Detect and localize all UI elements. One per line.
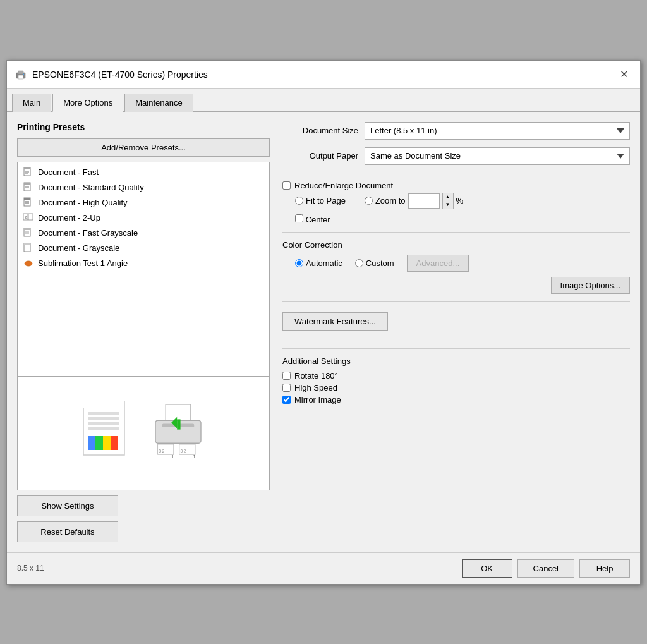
svg-rect-28 bbox=[83, 401, 124, 408]
image-options-button[interactable]: Image Options... bbox=[551, 277, 630, 294]
svg-text:3 2: 3 2 bbox=[181, 449, 186, 453]
svg-point-26 bbox=[25, 261, 32, 266]
svg-rect-33 bbox=[88, 436, 95, 450]
help-button[interactable]: Help bbox=[579, 559, 630, 578]
document-size-label: Document Size bbox=[282, 126, 358, 135]
svg-rect-41 bbox=[177, 419, 180, 429]
zoom-to-label[interactable]: Zoom to bbox=[375, 196, 406, 205]
tab-bar: Main More Options Maintenance bbox=[7, 89, 640, 112]
printing-presets-title: Printing Presets bbox=[17, 122, 270, 132]
preset-fast[interactable]: Document - Fast bbox=[18, 165, 269, 180]
preset-2up-label: Document - 2-Up bbox=[38, 213, 100, 222]
tab-main[interactable]: Main bbox=[12, 94, 51, 112]
divider-4 bbox=[282, 348, 630, 349]
document-size-row: Document Size Letter (8.5 x 11 in) bbox=[282, 122, 630, 140]
output-paper-select[interactable]: Same as Document Size bbox=[365, 147, 630, 165]
svg-rect-10 bbox=[24, 183, 30, 185]
preset-gray[interactable]: Document - Grayscale bbox=[18, 241, 269, 256]
high-speed-checkbox[interactable] bbox=[282, 384, 291, 392]
preset-fast-gray-label: Document - Fast Grayscale bbox=[38, 228, 138, 238]
svg-rect-5 bbox=[24, 167, 30, 169]
fit-to-page-radio[interactable] bbox=[295, 197, 303, 205]
rotate-180-checkbox[interactable] bbox=[282, 372, 291, 380]
title-bar: EPSONE6F3C4 (ET-4700 Series) Properties … bbox=[7, 61, 640, 89]
automatic-label[interactable]: Automatic bbox=[306, 258, 342, 268]
output-paper-label: Output Paper bbox=[282, 151, 358, 161]
zoom-up-button[interactable]: ▲ bbox=[443, 193, 453, 201]
color-correction-radio-group: Automatic Custom Advanced... bbox=[295, 255, 630, 272]
printer-title-icon bbox=[15, 68, 27, 81]
watermark-features-button[interactable]: Watermark Features... bbox=[282, 312, 388, 331]
rotate-180-row: Rotate 180° bbox=[282, 371, 630, 380]
preset-2up[interactable]: 2 Document - 2-Up bbox=[18, 210, 269, 226]
preset-standard-icon bbox=[23, 182, 34, 193]
zoom-value-input[interactable] bbox=[408, 193, 440, 209]
preset-fast-gray[interactable]: Document - Fast Grayscale bbox=[18, 226, 269, 241]
high-speed-label[interactable]: High Speed bbox=[294, 383, 337, 392]
title-bar-left: EPSONE6F3C4 (ET-4700 Series) Properties bbox=[15, 68, 208, 81]
preset-high-icon bbox=[23, 197, 34, 209]
custom-radio[interactable] bbox=[355, 259, 363, 267]
center-label[interactable]: Center bbox=[306, 215, 330, 224]
color-correction-section: Color Correction Automatic Custom Advanc… bbox=[282, 240, 630, 294]
bottom-buttons: OK Cancel Help bbox=[462, 559, 630, 578]
zoom-down-button[interactable]: ▼ bbox=[443, 201, 453, 209]
printer-preview-icon: 3 2 3 2 1 1 bbox=[150, 398, 207, 468]
svg-text:1: 1 bbox=[193, 454, 195, 459]
preset-standard[interactable]: Document - Standard Quality bbox=[18, 180, 269, 195]
mirror-image-label[interactable]: Mirror Image bbox=[294, 395, 341, 404]
presets-list: Document - Fast Document - Standard Qual… bbox=[17, 162, 270, 377]
close-button[interactable]: ✕ bbox=[615, 66, 632, 83]
automatic-radio-item: Automatic bbox=[295, 258, 342, 268]
window-title: EPSONE6F3C4 (ET-4700 Series) Properties bbox=[32, 70, 208, 80]
svg-rect-34 bbox=[95, 436, 103, 450]
svg-rect-31 bbox=[88, 422, 119, 425]
preset-fast-label: Document - Fast bbox=[38, 167, 99, 177]
zoom-to-option: Zoom to ▲ ▼ % bbox=[365, 193, 463, 209]
preset-custom[interactable]: Sublimation Test 1 Angie bbox=[18, 256, 269, 271]
preset-high[interactable]: Document - High Quality bbox=[18, 195, 269, 210]
mirror-image-checkbox[interactable] bbox=[282, 396, 291, 404]
main-content: Printing Presets Add/Remove Presets... D… bbox=[7, 112, 640, 552]
advanced-button[interactable]: Advanced... bbox=[407, 255, 469, 272]
fit-to-page-label[interactable]: Fit to Page bbox=[306, 196, 346, 205]
tab-maintenance[interactable]: Maintenance bbox=[124, 94, 193, 112]
svg-rect-21 bbox=[24, 228, 30, 230]
additional-settings-label: Additional Settings bbox=[282, 356, 630, 366]
automatic-radio[interactable] bbox=[295, 259, 303, 267]
divider-3 bbox=[282, 301, 630, 302]
document-size-select[interactable]: Letter (8.5 x 11 in) bbox=[365, 122, 630, 140]
show-settings-button[interactable]: Show Settings bbox=[17, 495, 118, 516]
divider-1 bbox=[282, 173, 630, 173]
bottom-bar: 8.5 x 11 OK Cancel Help bbox=[7, 552, 640, 584]
add-remove-presets-button[interactable]: Add/Remove Presets... bbox=[17, 138, 270, 157]
tab-more-options[interactable]: More Options bbox=[52, 94, 123, 112]
ok-button[interactable]: OK bbox=[462, 559, 512, 578]
svg-text:3 2: 3 2 bbox=[159, 449, 164, 453]
reduce-enlarge-label[interactable]: Reduce/Enlarge Document bbox=[294, 181, 393, 190]
preset-fast-gray-icon bbox=[23, 228, 34, 239]
reduce-sub-options: Fit to Page Zoom to ▲ ▼ % bbox=[295, 193, 630, 209]
zoom-spinner: ▲ ▼ bbox=[442, 193, 454, 209]
divider-2 bbox=[282, 232, 630, 233]
svg-rect-36 bbox=[111, 436, 118, 450]
document-preview-icon bbox=[80, 398, 137, 468]
center-checkbox[interactable] bbox=[295, 214, 303, 222]
center-row: Center bbox=[282, 214, 630, 224]
svg-rect-2 bbox=[18, 75, 23, 79]
svg-point-3 bbox=[23, 73, 24, 75]
svg-rect-30 bbox=[88, 417, 119, 420]
reset-defaults-button[interactable]: Reset Defaults bbox=[17, 521, 118, 542]
high-speed-row: High Speed bbox=[282, 383, 630, 392]
fit-to-page-option: Fit to Page bbox=[295, 196, 346, 205]
custom-radio-item: Custom bbox=[355, 258, 394, 268]
svg-rect-18 bbox=[28, 214, 33, 220]
cancel-button[interactable]: Cancel bbox=[517, 559, 574, 578]
svg-rect-29 bbox=[88, 412, 119, 415]
zoom-to-radio[interactable] bbox=[365, 197, 373, 205]
preset-gray-label: Document - Grayscale bbox=[38, 243, 119, 253]
reduce-enlarge-checkbox[interactable] bbox=[282, 181, 291, 190]
custom-label[interactable]: Custom bbox=[366, 258, 394, 268]
rotate-180-label[interactable]: Rotate 180° bbox=[294, 371, 338, 380]
right-panel: Document Size Letter (8.5 x 11 in) Outpu… bbox=[282, 122, 630, 542]
